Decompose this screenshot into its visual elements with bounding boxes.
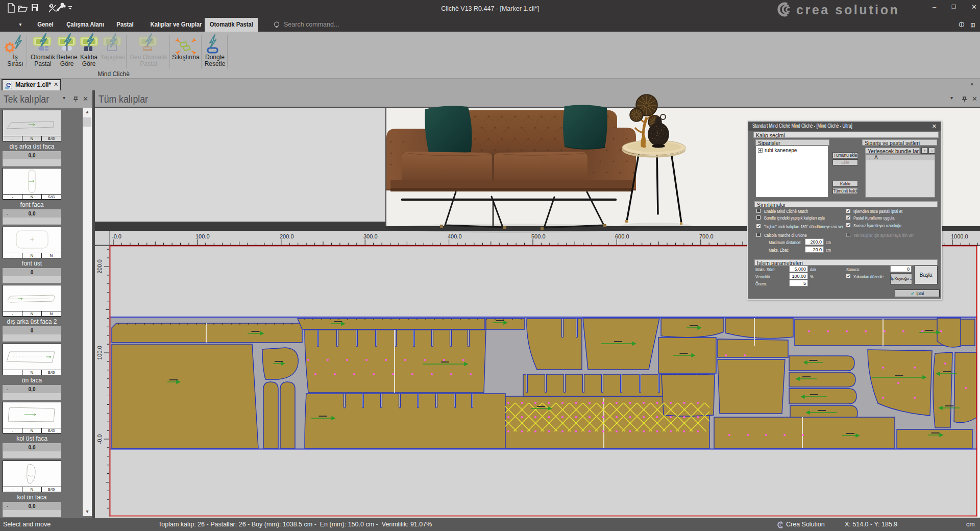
svg-text:-0.0: -0.0 <box>96 435 103 444</box>
svg-text:100.0: 100.0 <box>96 346 103 360</box>
svg-text:100.0: 100.0 <box>195 233 210 239</box>
svg-text:1000.0: 1000.0 <box>951 233 968 239</box>
svg-text:-0.0: -0.0 <box>112 233 121 239</box>
svg-text:200.0: 200.0 <box>96 259 103 274</box>
svg-text:crea solution: crea solution <box>796 3 899 17</box>
svg-text:300.0: 300.0 <box>363 233 378 239</box>
svg-text:200.0: 200.0 <box>280 233 294 239</box>
